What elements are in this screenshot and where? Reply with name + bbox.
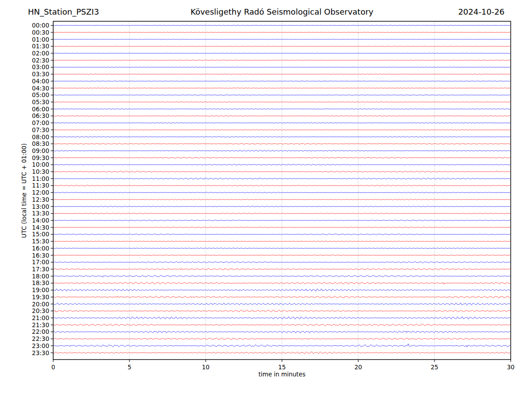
y-tick-label-0000: 00:00: [32, 22, 49, 29]
trace-row-1330: [53, 213, 510, 214]
y-tick-label-0930: 09:30: [32, 154, 49, 161]
trace-row-0530: [53, 102, 510, 102]
trace-row-1530: [53, 241, 510, 242]
trace-row-0830: [53, 143, 510, 145]
y-tick-label-1500: 15:00: [32, 231, 49, 238]
y-tick-label-1330: 13:30: [32, 210, 49, 217]
x-tick-label-0: 0: [51, 364, 55, 371]
x-tick-label-25: 25: [430, 364, 438, 371]
trace-row-1830: [53, 282, 510, 284]
y-tick-label-0430: 04:30: [32, 85, 49, 92]
trace-row-0930: [53, 157, 510, 158]
trace-row-2300: [53, 344, 510, 347]
trace-row-2230: [53, 338, 510, 340]
y-tick-label-1930: 19:30: [32, 293, 49, 301]
y-tick-label-0400: 04:00: [32, 78, 49, 85]
trace-row-1930: [53, 296, 510, 298]
trace-row-0800: [53, 136, 510, 137]
trace-row-0600: [53, 109, 510, 110]
y-tick-label-1800: 18:00: [32, 273, 49, 280]
trace-row-0230: [53, 60, 510, 60]
trace-row-2200: [53, 331, 510, 333]
y-tick-label-2000: 20:00: [32, 301, 49, 308]
trace-row-1900: [53, 289, 510, 291]
trace-row-0630: [53, 115, 510, 116]
x-tick-label-20: 20: [354, 364, 362, 371]
trace-row-1030: [53, 171, 510, 172]
y-tick-label-0330: 03:30: [32, 70, 49, 78]
trace-row-1130: [53, 185, 510, 186]
x-tick-label-15: 15: [278, 364, 286, 371]
trace-row-2000: [53, 303, 510, 305]
y-tick-label-0600: 06:00: [32, 106, 49, 113]
y-tick-label-1830: 18:30: [32, 279, 49, 286]
y-tick-label-1730: 17:30: [32, 266, 49, 273]
y-tick-label-2100: 21:00: [32, 314, 49, 321]
trace-row-1730: [53, 268, 510, 270]
y-tick-label-0900: 09:00: [32, 147, 49, 154]
trace-row-2130: [53, 324, 510, 326]
trace-row-0130: [53, 46, 510, 47]
trace-row-0900: [53, 150, 510, 152]
trace-row-1500: [53, 234, 510, 235]
trace-row-1430: [53, 227, 510, 228]
x-tick-label-5: 5: [128, 364, 132, 371]
trace-row-0200: [53, 53, 510, 53]
y-tick-label-1000: 10:00: [32, 161, 49, 168]
y-tick-label-0530: 05:30: [32, 98, 49, 106]
y-tick-label-1900: 19:00: [32, 286, 49, 293]
trace-row-1000: [53, 164, 510, 165]
y-tick-label-1430: 14:30: [32, 224, 49, 231]
x-tick-label-10: 10: [202, 364, 209, 371]
trace-row-0000: [53, 25, 510, 26]
y-tick-label-1130: 11:30: [32, 182, 49, 189]
y-tick-label-2030: 20:30: [32, 307, 49, 314]
y-tick-label-0300: 03:00: [32, 63, 49, 70]
y-tick-label-0700: 07:00: [32, 119, 49, 126]
trace-row-0700: [53, 122, 510, 124]
trace-row-1200: [53, 192, 510, 193]
trace-row-0100: [53, 39, 510, 39]
y-tick-label-1400: 14:00: [32, 217, 49, 224]
trace-row-2100: [53, 317, 510, 319]
trace-row-0430: [53, 88, 510, 89]
y-tick-label-0130: 01:30: [32, 43, 49, 50]
y-tick-label-2200: 22:00: [32, 328, 49, 335]
trace-row-1300: [53, 206, 510, 207]
y-tick-label-1300: 13:00: [32, 203, 49, 210]
y-tick-label-1100: 11:00: [32, 175, 49, 182]
y-tick-label-0100: 01:00: [32, 36, 49, 43]
y-tick-label-0830: 08:30: [32, 140, 49, 147]
y-tick-label-0230: 02:30: [32, 57, 49, 64]
trace-row-1800: [53, 275, 510, 278]
y-tick-label-1600: 16:00: [32, 245, 49, 252]
y-tick-label-1030: 10:30: [32, 168, 49, 175]
trace-row-2330: [53, 352, 510, 354]
y-tick-label-2300: 23:00: [32, 342, 49, 349]
y-tick-label-1200: 12:00: [32, 189, 49, 196]
y-tick-label-0730: 07:30: [32, 126, 49, 133]
y-tick-label-0630: 06:30: [32, 112, 49, 119]
trace-row-0500: [53, 95, 510, 96]
trace-row-1630: [53, 254, 510, 255]
trace-row-1100: [53, 178, 510, 180]
helicorder-plot: 00:0000:3001:0001:3002:0002:3003:0003:30…: [0, 0, 532, 399]
y-tick-label-1530: 15:30: [32, 238, 49, 245]
trace-row-1600: [53, 248, 510, 249]
trace-row-1700: [53, 262, 510, 263]
y-tick-label-2330: 23:30: [32, 349, 49, 356]
x-axis-label: time in minutes: [53, 371, 511, 378]
y-tick-label-2130: 21:30: [32, 321, 49, 329]
y-tick-label-1700: 17:00: [32, 258, 49, 266]
y-tick-label-0200: 02:00: [32, 50, 49, 57]
y-tick-label-0800: 08:00: [32, 133, 49, 141]
x-tick-label-30: 30: [507, 364, 514, 371]
trace-row-0330: [53, 74, 510, 75]
y-tick-label-1230: 12:30: [32, 196, 49, 203]
y-tick-label-1630: 16:30: [32, 252, 49, 259]
y-tick-label-0500: 05:00: [32, 91, 49, 98]
trace-row-0030: [53, 32, 510, 32]
trace-row-0400: [53, 81, 510, 82]
trace-row-0300: [53, 67, 510, 68]
y-tick-label-0030: 00:30: [32, 29, 49, 36]
